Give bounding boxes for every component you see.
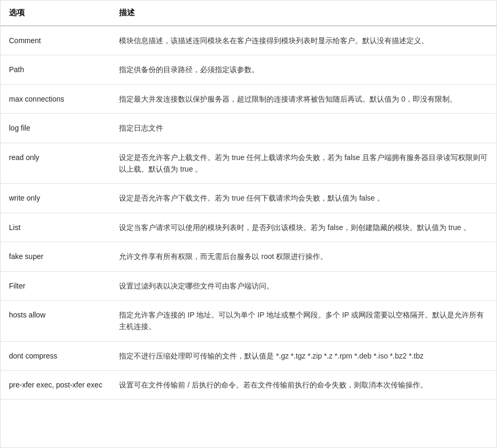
option-cell: Filter — [1, 271, 111, 300]
option-cell: log file — [1, 114, 111, 143]
col-header-description: 描述 — [111, 1, 496, 26]
table-row: max connections指定最大并发连接数以保护服务器，超过限制的连接请求… — [1, 84, 496, 113]
option-cell: fake super — [1, 242, 111, 271]
option-cell: write only — [1, 184, 111, 213]
option-cell: dont compress — [1, 341, 111, 370]
table-row: dont compress指定不进行压缩处理即可传输的文件，默认值是 *.gz … — [1, 341, 496, 370]
table-header-row: 选项 描述 — [1, 1, 496, 26]
option-cell: read only — [1, 143, 111, 184]
description-cell: 指定不进行压缩处理即可传输的文件，默认值是 *.gz *.tgz *.zip *… — [111, 341, 496, 370]
table-row: pre-xfer exec, post-xfer exec设置可在文件传输前 /… — [1, 371, 496, 400]
table-row: Path指定供备份的目录路径，必须指定该参数。 — [1, 55, 496, 84]
table-row: List设定当客户请求可以使用的模块列表时，是否列出该模块。若为 false，则… — [1, 213, 496, 242]
table-row: Filter设置过滤列表以决定哪些文件可由客户端访问。 — [1, 271, 496, 300]
table-row: write only设定是否允许客户下载文件。若为 true 任何下载请求均会失… — [1, 184, 496, 213]
description-cell: 设定是否允许客户下载文件。若为 true 任何下载请求均会失败，默认值为 fal… — [111, 184, 496, 213]
description-cell: 设置可在文件传输前 / 后执行的命令。若在文件传输前执行的命令失败，则取消本次传… — [111, 371, 496, 400]
option-cell: pre-xfer exec, post-xfer exec — [1, 371, 111, 400]
table-row: fake super允许文件享有所有权限，而无需后台服务以 root 权限进行操… — [1, 242, 496, 271]
col-header-option: 选项 — [1, 1, 111, 26]
options-table: 选项 描述 Comment模块信息描述，该描述连同模块名在客户连接得到模块列表时… — [1, 1, 496, 400]
description-cell: 设定是否允许客户上载文件。若为 true 任何上载请求均会失败，若为 false… — [111, 143, 496, 184]
description-cell: 指定最大并发连接数以保护服务器，超过限制的连接请求将被告知随后再试。默认值为 0… — [111, 84, 496, 113]
table-body: Comment模块信息描述，该描述连同模块名在客户连接得到模块列表时显示给客户。… — [1, 26, 496, 400]
table-row: Comment模块信息描述，该描述连同模块名在客户连接得到模块列表时显示给客户。… — [1, 26, 496, 55]
option-cell: Path — [1, 55, 111, 84]
description-cell: 模块信息描述，该描述连同模块名在客户连接得到模块列表时显示给客户。默认没有描述定… — [111, 26, 496, 55]
table-row: hosts allow指定允许客户连接的 IP 地址。可以为单个 IP 地址或整… — [1, 300, 496, 341]
description-cell: 设定当客户请求可以使用的模块列表时，是否列出该模块。若为 false，则创建隐藏… — [111, 213, 496, 242]
description-cell: 设置过滤列表以决定哪些文件可由客户端访问。 — [111, 271, 496, 300]
option-cell: Comment — [1, 26, 111, 55]
description-cell: 指定允许客户连接的 IP 地址。可以为单个 IP 地址或整个网段。多个 IP 或… — [111, 300, 496, 341]
option-cell: hosts allow — [1, 300, 111, 341]
description-cell: 指定日志文件 — [111, 114, 496, 143]
table-row: read only设定是否允许客户上载文件。若为 true 任何上载请求均会失败… — [1, 143, 496, 184]
table-row: log file指定日志文件 — [1, 114, 496, 143]
main-table-container: 选项 描述 Comment模块信息描述，该描述连同模块名在客户连接得到模块列表时… — [0, 0, 497, 448]
option-cell: List — [1, 213, 111, 242]
option-cell: max connections — [1, 84, 111, 113]
description-cell: 指定供备份的目录路径，必须指定该参数。 — [111, 55, 496, 84]
description-cell: 允许文件享有所有权限，而无需后台服务以 root 权限进行操作。 — [111, 242, 496, 271]
